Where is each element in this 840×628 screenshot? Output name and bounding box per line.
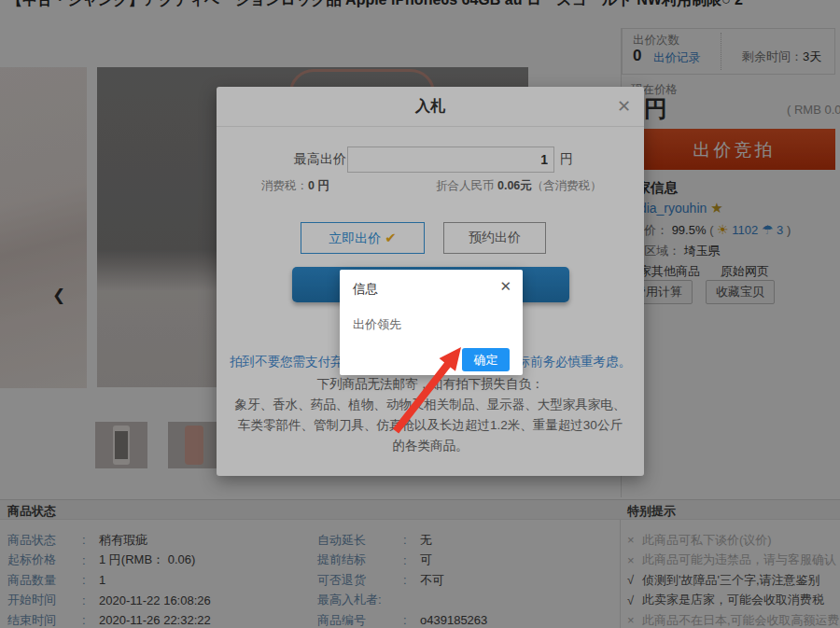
info-message: 出价领先	[353, 316, 401, 333]
close-icon[interactable]: ✕	[499, 278, 511, 295]
confirm-button[interactable]: 确定	[462, 348, 510, 371]
info-dialog: 信息 ✕ 出价领先 确定	[340, 270, 523, 375]
info-dialog-title: 信息	[353, 281, 378, 298]
auction-page: 【中古・ジャンク】アクティベーションロック品 Apple iPhone6s 64…	[0, 0, 840, 628]
